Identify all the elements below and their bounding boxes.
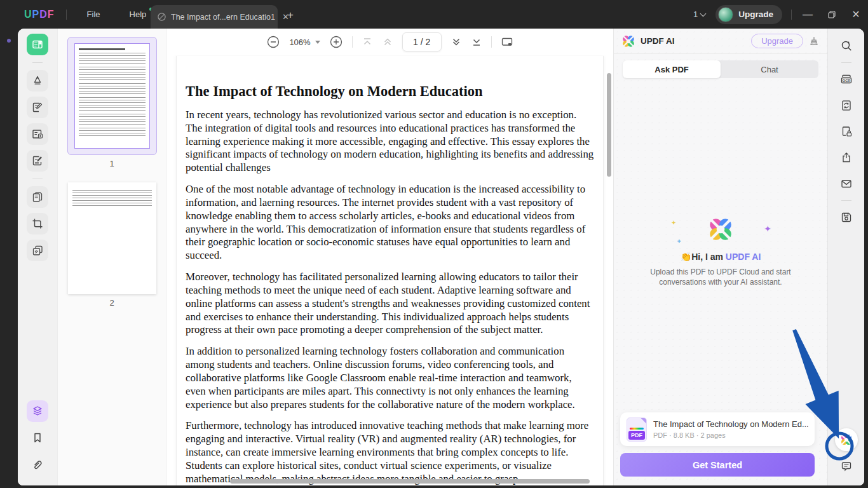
updf-ai-logo [621,34,635,48]
zoom-level-dropdown[interactable]: 106% [289,37,320,47]
go-last-page-button[interactable] [471,36,482,48]
page-edit-icon [31,154,44,167]
updf-ai-launcher-button[interactable] [835,428,858,451]
page-up-button[interactable] [382,36,393,48]
annotate-tool-button[interactable] [27,70,48,92]
share-button[interactable] [836,147,857,168]
updf-ai-panel: UPDF AI Upgrade Ask PDF Chat ✦ ✦ ✚ 👏Hi, … [613,29,827,485]
document-paragraph: Moreover, technology has facilitated per… [186,271,594,337]
vertical-scrollbar[interactable] [607,73,611,177]
search-icon [840,39,853,52]
divider [32,179,43,179]
convert-icon [840,99,853,112]
divider [352,36,353,48]
tab-ask-pdf[interactable]: Ask PDF [623,60,721,78]
ai-panel-title: UPDF AI [641,36,746,46]
pdf-page: The Impact of Technology on Modern Educa… [176,56,604,485]
layers-tool-button[interactable] [27,400,48,422]
close-button[interactable]: ✕ [844,0,868,29]
form-icon [31,128,44,140]
get-started-button[interactable]: Get Started [620,453,815,477]
attachment-icon [31,458,44,471]
crop-icon [31,217,44,230]
search-button[interactable] [836,35,857,57]
thumbnail-page-1[interactable] [67,37,157,155]
content-area: 1 2 106% 1 / 2 The [18,29,864,485]
ai-greeting: 👏Hi, I am UPDF AI [614,252,827,262]
save-icon [840,211,853,224]
tab-edit-disabled-icon [157,12,166,22]
bookmark-icon [31,431,44,444]
comment-note-icon [31,101,44,114]
minimize-button[interactable]: — [796,0,820,29]
organize-pages-button[interactable] [27,186,48,208]
ai-upgrade-button[interactable]: Upgrade [751,34,803,48]
comment-bubble-icon [840,460,853,473]
crop-tool-button[interactable] [27,213,48,234]
pdf-file-card[interactable]: PDF The Impact of Technology on Modern E… [620,412,815,446]
comment-list-button[interactable] [836,456,857,477]
thumbnail-page-2[interactable] [68,182,156,294]
broom-icon[interactable] [808,36,820,47]
mail-button[interactable] [836,173,857,194]
watermark-tool-button[interactable] [27,240,48,261]
document-paragraph: Furthermore, technology has introduced i… [186,419,594,485]
page-down-button[interactable] [451,36,462,48]
tab-title: The Impact of...ern Educatio1 [171,13,275,22]
window-count-dropdown[interactable]: 1 [693,10,705,19]
horizontal-scrollbar[interactable] [230,479,590,484]
watermark-icon [31,244,44,257]
file-meta: PDF · 8.8 KB · 2 pages [653,431,808,439]
document-paragraph: In recent years, technology has revoluti… [186,109,594,175]
protect-icon [840,125,853,138]
save-button[interactable] [836,207,857,228]
divider [841,200,851,201]
divider [66,10,67,20]
form-tool-button[interactable] [27,123,48,145]
svg-text:OCR: OCR [842,79,850,83]
ocr-button[interactable]: OCR [836,69,857,90]
ai-description: Upload this PDF to UPDF Cloud and start … [614,268,827,287]
new-tab-button[interactable]: + [287,9,294,22]
divider [791,10,792,20]
titlebar: UPDF File Help The Impact of...ern Educa… [0,0,868,29]
zoom-in-button[interactable] [329,35,343,49]
ai-panel-header: UPDF AI Upgrade [614,29,827,54]
annotate-pencil-icon [31,74,44,87]
comment-tool-button[interactable] [27,97,48,118]
updf-ai-logo-large [614,216,827,243]
left-toolbar [18,29,57,485]
side-notification-dot [7,39,11,43]
attachment-tool-button[interactable] [27,454,48,475]
document-paragraph: In addition to personalized learning tec… [186,345,594,411]
app-window: UPDF File Help The Impact of...ern Educa… [0,0,868,488]
pdf-file-icon: PDF [627,417,647,442]
reader-tool-button[interactable] [27,34,48,55]
presentation-button[interactable] [501,36,513,48]
bookmark-tool-button[interactable] [27,427,48,449]
divider [841,62,851,63]
reader-icon [31,38,44,51]
file-name: The Impact of Technology on Modern Ed... [653,419,808,429]
right-sidebar: OCR [827,29,864,485]
menu-file[interactable]: File [78,6,109,23]
share-icon [840,151,853,164]
go-first-page-button[interactable] [362,36,373,48]
updf-logo: UPDF [24,9,55,20]
tab-chat[interactable]: Chat [721,60,818,78]
avatar [718,7,733,22]
document-tab[interactable]: The Impact of...ern Educatio1 ✕ [151,5,278,29]
protect-button[interactable] [836,121,857,142]
document-scroll-area[interactable]: The Impact of Technology on Modern Educa… [166,55,613,485]
convert-button[interactable] [836,95,857,116]
zoom-out-button[interactable] [266,35,280,49]
page-number-input[interactable]: 1 / 2 [402,32,442,51]
document-title: The Impact of Technology on Modern Educa… [186,83,594,100]
ai-empty-state: ✦ ✦ ✚ 👏Hi, I am UPDF AI Upload this PDF … [614,216,827,287]
document-paragraph: One of the most notable advantage of tec… [186,183,594,262]
restore-button[interactable] [820,0,844,29]
thumbnail-2-label: 2 [58,298,166,308]
page-edit-tool-button[interactable] [27,150,48,172]
upgrade-button[interactable]: Upgrade [715,5,782,24]
chevron-down-icon [315,41,320,44]
